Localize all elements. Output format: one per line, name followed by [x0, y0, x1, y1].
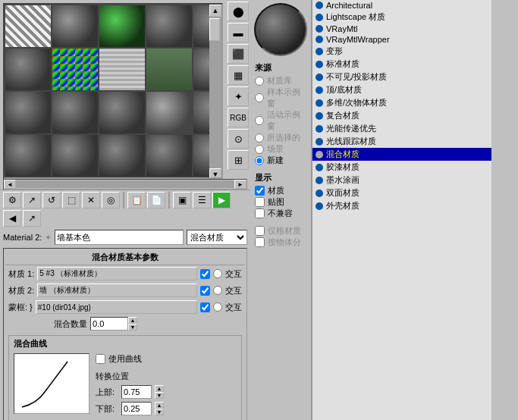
- camera-btn[interactable]: ◀: [3, 210, 21, 227]
- blend-mask-check[interactable]: [200, 302, 210, 312]
- scene-btn[interactable]: ▣: [173, 192, 191, 208]
- menu-btn[interactable]: ☰: [193, 192, 211, 208]
- use-curve-check[interactable]: [96, 354, 105, 364]
- mat-list-item-waike[interactable]: 外壳材质: [312, 199, 491, 212]
- blend-amount-down[interactable]: ▼: [128, 324, 137, 331]
- source-radio-input-xinjian[interactable]: [255, 156, 264, 165]
- mat-cell-19[interactable]: [146, 134, 193, 177]
- mat-list-item-ding[interactable]: 顶/底材质: [312, 83, 491, 96]
- blend-amount-up[interactable]: ▲: [128, 317, 137, 324]
- label-lightscape: Lightscape 材质: [326, 11, 385, 23]
- mat-list-item-jiaoqi[interactable]: 胶漆材质: [312, 161, 491, 174]
- mat-list-item-guangxian[interactable]: 光线跟踪材质: [312, 135, 491, 148]
- nav-btn[interactable]: ↗: [23, 210, 41, 227]
- mat-cell-3[interactable]: [99, 5, 146, 48]
- cylinder-icon-btn[interactable]: ▬: [228, 23, 249, 42]
- paste-btn[interactable]: 📄: [147, 192, 165, 208]
- mat-cell-14[interactable]: [146, 91, 193, 134]
- assign-material-btn[interactable]: ↗: [23, 192, 41, 208]
- mat-type-select[interactable]: 混合材质: [187, 230, 247, 245]
- mat-cell-12[interactable]: [52, 91, 99, 134]
- dot-architectural: [316, 2, 323, 9]
- pick-btn[interactable]: ◎: [102, 192, 120, 208]
- mat-name-input[interactable]: [55, 230, 184, 245]
- mat-list-item-fuhe[interactable]: 复合材质: [312, 109, 491, 122]
- mat-cell-17[interactable]: [52, 134, 99, 177]
- mat-list-item-guangneng[interactable]: 光能传递优先: [312, 122, 491, 135]
- mat-cell-13[interactable]: [99, 91, 146, 134]
- source-radio-input-suoxuan[interactable]: [255, 133, 264, 143]
- blend-mat1-check[interactable]: [200, 269, 210, 279]
- grid-hscrollbar[interactable]: ◄ ►: [3, 179, 247, 190]
- blend-mask-radio[interactable]: [213, 302, 222, 312]
- upper-input[interactable]: [121, 385, 152, 399]
- mat-cell-2[interactable]: [52, 5, 99, 48]
- box-icon-btn[interactable]: ⬛: [228, 44, 249, 64]
- mat-cell-6[interactable]: [5, 48, 52, 91]
- get-material-btn[interactable]: ⚙: [3, 192, 21, 208]
- mat-cell-18[interactable]: [99, 134, 146, 177]
- mat-list-item-bianhuan[interactable]: 变形: [312, 45, 491, 58]
- dot-duowei: [316, 99, 323, 107]
- source-radio-input-yangben[interactable]: [255, 93, 264, 102]
- source-radio-input-huodong[interactable]: [255, 116, 264, 125]
- show-check-input-cailiao[interactable]: [255, 186, 265, 196]
- extra-check-input-anwu[interactable]: [255, 237, 265, 247]
- blend-mat2-radio[interactable]: [213, 286, 222, 295]
- top-area: ▲ ▼ ⬤ ▬ ⬛ ▦ ✦ RGB ⊙ ⊞: [0, 0, 250, 179]
- show-check-input-tiezhu[interactable]: [255, 197, 265, 207]
- blend-mat1-btn[interactable]: 5 #3 （标准材质）: [37, 267, 197, 281]
- lower-input[interactable]: [121, 402, 152, 415]
- curve-svg: [14, 354, 89, 414]
- mat-list-item-hunhe[interactable]: 混合材质: [312, 148, 491, 161]
- source-radio-input-cailiaoku[interactable]: [255, 77, 264, 86]
- mat-cell-16[interactable]: [5, 134, 52, 177]
- clipboard-btn[interactable]: 📋: [127, 192, 146, 208]
- mat-cell-1[interactable]: [5, 5, 52, 48]
- upper-down[interactable]: ▼: [155, 392, 164, 399]
- blend-amount-input[interactable]: [90, 317, 128, 331]
- mat-list-item-duowei[interactable]: 多维/次物体材质: [312, 96, 491, 109]
- source-radio-input-changjing[interactable]: [255, 145, 264, 154]
- scroll-thumb[interactable]: [209, 18, 220, 41]
- source-title: 来源: [255, 62, 306, 74]
- lower-up[interactable]: ▲: [155, 402, 164, 409]
- show-check-input-bujianrong[interactable]: [255, 208, 265, 218]
- lower-down[interactable]: ▼: [155, 409, 164, 415]
- mat-list-item-moshui[interactable]: 墨水涂画: [312, 174, 491, 186]
- color-icon-btn[interactable]: RGB: [228, 108, 249, 127]
- mat-cell-7[interactable]: [52, 48, 99, 91]
- scroll-up-btn[interactable]: ▲: [209, 5, 221, 17]
- scroll-left-btn[interactable]: ◄: [4, 180, 16, 189]
- delete-btn[interactable]: ✕: [82, 192, 100, 208]
- scroll-right-btn[interactable]: ►: [234, 180, 246, 189]
- blend-mask-btn[interactable]: #10 (dir014.jpg): [36, 300, 197, 314]
- mat-list-item-biaozhun[interactable]: 标准材质: [312, 58, 491, 71]
- mat-cell-9[interactable]: [146, 48, 193, 91]
- transition-label: 转换位置: [96, 371, 164, 382]
- scroll-down-btn[interactable]: ▼: [209, 168, 221, 179]
- show-check-cailiao: 材质: [255, 185, 306, 196]
- backlight-icon-btn[interactable]: ⊙: [228, 129, 249, 149]
- checker-icon-btn[interactable]: ▦: [228, 65, 249, 85]
- blend-mat2-btn[interactable]: 墙 （标准材质）: [37, 284, 197, 297]
- mat-cell-4[interactable]: [146, 5, 193, 48]
- light-icon-btn[interactable]: ✦: [228, 86, 249, 106]
- mat-cell-11[interactable]: [5, 91, 52, 134]
- mat-list-item-lightscape[interactable]: Lightscape 材质: [312, 11, 491, 24]
- blend-mat1-radio[interactable]: [213, 269, 222, 278]
- option2-icon-btn[interactable]: ⊞: [228, 150, 249, 170]
- mat-list-item-bukejian[interactable]: 不可见/投影材质: [312, 71, 491, 83]
- mat-list-item-architectural[interactable]: Architectural: [312, 0, 491, 11]
- mat-list-item-vray[interactable]: VRayMtl: [312, 24, 491, 34]
- play-btn[interactable]: ▶: [212, 192, 231, 208]
- mat-list-item-shuangmian[interactable]: 双面材质: [312, 186, 491, 199]
- mat-list-item-vraywrapper[interactable]: VRayMtlWrapper: [312, 34, 491, 45]
- reset-btn[interactable]: ↺: [42, 192, 61, 208]
- copy-btn[interactable]: ⬚: [62, 192, 80, 208]
- blend-mat2-check[interactable]: [200, 286, 210, 296]
- sphere-icon-btn[interactable]: ⬤: [228, 2, 249, 21]
- upper-up[interactable]: ▲: [155, 385, 164, 392]
- mat-cell-8[interactable]: [99, 48, 146, 91]
- extra-check-input-jigen[interactable]: [255, 226, 265, 236]
